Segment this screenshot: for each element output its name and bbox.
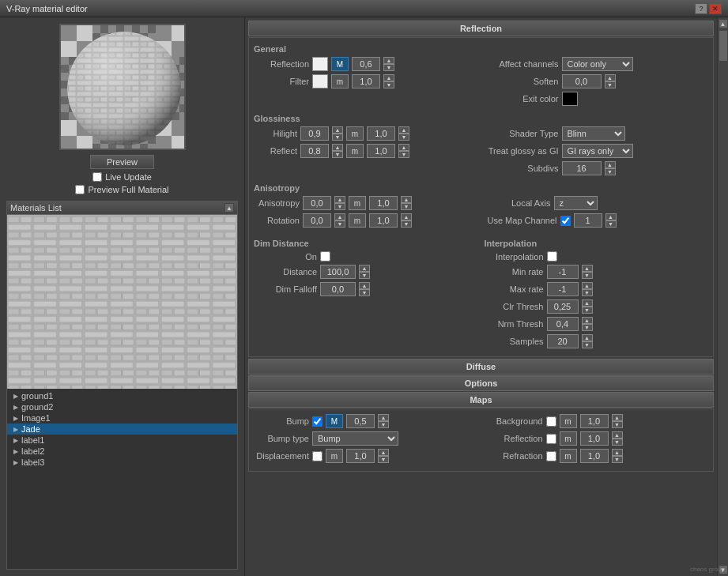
shader-type-dropdown[interactable]: Blinn Phong Ward: [562, 126, 625, 141]
nrm-thresh-spin-up[interactable]: ▲: [582, 317, 593, 324]
subdivs-spin-up[interactable]: ▲: [605, 161, 616, 168]
samples-spinner[interactable]: ▲ ▼: [582, 334, 593, 348]
nrm-thresh-spinner[interactable]: ▲ ▼: [582, 317, 593, 331]
reflection-spin-up[interactable]: ▲: [383, 57, 394, 64]
materials-list-scroll[interactable]: ▶ ground1 ▶ ground2 ▶ Image1 ▶ Jade: [7, 215, 237, 569]
max-rate-spin-up[interactable]: ▲: [582, 282, 593, 289]
distance-spin-up[interactable]: ▲: [359, 265, 370, 272]
rotation-spin-down[interactable]: ▼: [334, 220, 345, 228]
soften-spin-up[interactable]: ▲: [605, 74, 616, 81]
clr-thresh-spinner[interactable]: ▲ ▼: [582, 299, 593, 314]
bump-spinner[interactable]: ▲ ▼: [378, 414, 389, 428]
rotation-m-spin-up[interactable]: ▲: [401, 213, 412, 220]
reflect-m-spin-down[interactable]: ▼: [398, 151, 409, 158]
refraction-value-input[interactable]: 1,0: [580, 449, 609, 463]
rotation-m-spin-down[interactable]: ▼: [401, 220, 412, 228]
filter-map-btn[interactable]: m: [331, 74, 349, 88]
filter-spinner[interactable]: ▲ ▼: [383, 74, 394, 88]
preview-button[interactable]: Preview: [90, 155, 154, 169]
reflect-spin-up[interactable]: ▲: [332, 144, 343, 151]
bump-checkbox[interactable]: [312, 416, 323, 427]
hilight-spinner[interactable]: ▲ ▼: [332, 126, 343, 141]
subdivs-input[interactable]: 16: [562, 161, 602, 175]
anisotropy-value-input[interactable]: 0,0: [303, 196, 331, 210]
reflect-spin-down[interactable]: ▼: [332, 151, 343, 158]
anisotropy-spinner[interactable]: ▲ ▼: [334, 196, 345, 210]
anisotropy-m-spin-down[interactable]: ▼: [401, 203, 412, 210]
hilight-m-spin-down[interactable]: ▼: [398, 134, 409, 141]
reflect-m-input[interactable]: 1,0: [367, 144, 395, 158]
local-axis-dropdown[interactable]: x y z: [554, 196, 598, 210]
filter-spin-up[interactable]: ▲: [383, 74, 394, 81]
filter-spin-down[interactable]: ▼: [383, 81, 394, 88]
refraction-spin-up[interactable]: ▲: [612, 449, 623, 456]
dim-falloff-input[interactable]: 0,0: [320, 282, 356, 296]
material-item-label3[interactable]: ▶ label3: [7, 457, 237, 468]
material-item-jade[interactable]: ▶ Jade: [7, 424, 237, 435]
material-item-label2[interactable]: ▶ label2: [7, 446, 237, 457]
max-rate-spin-down[interactable]: ▼: [582, 289, 593, 296]
filter-value-input[interactable]: 1,0: [352, 74, 380, 88]
affect-channels-dropdown[interactable]: Color only All channels: [562, 57, 633, 71]
samples-spin-down[interactable]: ▼: [582, 341, 593, 348]
distance-spinner[interactable]: ▲ ▼: [359, 265, 370, 279]
hilight-m-spinner[interactable]: ▲ ▼: [398, 126, 409, 141]
min-rate-input[interactable]: -1: [547, 265, 579, 279]
reflection-map-btn[interactable]: M: [331, 57, 349, 71]
min-rate-spin-up[interactable]: ▲: [582, 265, 593, 272]
dim-falloff-spin-down[interactable]: ▼: [359, 289, 370, 296]
scrollbar[interactable]: ▲ ▼: [717, 17, 728, 576]
background-checkbox[interactable]: [546, 416, 556, 427]
scroll-thumb[interactable]: [719, 30, 728, 62]
reflection-value-input[interactable]: 0,6: [352, 57, 380, 71]
background-map-btn[interactable]: m: [560, 414, 577, 428]
maps-section-header[interactable]: Maps: [248, 392, 714, 408]
scroll-up-btn[interactable]: ▲: [719, 19, 728, 28]
reflection-map-value-input[interactable]: 1,0: [580, 431, 609, 446]
rotation-map-btn[interactable]: m: [349, 213, 366, 228]
refraction-spin-down[interactable]: ▼: [612, 456, 623, 463]
diffuse-section-header[interactable]: Diffuse: [248, 359, 714, 375]
background-spin-down[interactable]: ▼: [612, 421, 623, 428]
material-item-ground2[interactable]: ▶ ground2: [7, 401, 237, 412]
refraction-spinner[interactable]: ▲ ▼: [612, 449, 623, 463]
anisotropy-spin-up[interactable]: ▲: [334, 196, 345, 203]
reflect-spinner[interactable]: ▲ ▼: [332, 144, 343, 158]
reflect-m-spin-up[interactable]: ▲: [398, 144, 409, 151]
bump-spin-up[interactable]: ▲: [378, 414, 389, 421]
background-value-input[interactable]: 1,0: [580, 414, 609, 428]
rotation-m-input[interactable]: 1,0: [369, 213, 398, 228]
dim-on-checkbox[interactable]: [320, 251, 330, 262]
filter-color-swatch[interactable]: [312, 74, 328, 88]
background-spinner[interactable]: ▲ ▼: [612, 414, 623, 428]
displacement-spin-up[interactable]: ▲: [378, 449, 389, 456]
anisotropy-spin-down[interactable]: ▼: [334, 203, 345, 210]
hilight-spin-up[interactable]: ▲: [332, 126, 343, 134]
dim-falloff-spinner[interactable]: ▲ ▼: [359, 282, 370, 296]
reflection-spinner[interactable]: ▲ ▼: [383, 57, 394, 71]
reflection-map-checkbox[interactable]: [546, 434, 556, 444]
bump-value-input[interactable]: 0,5: [346, 414, 375, 428]
nrm-thresh-input[interactable]: 0,4: [547, 317, 579, 331]
interpolation-checkbox[interactable]: [547, 251, 557, 262]
use-map-channel-checkbox[interactable]: [560, 216, 571, 226]
hilight-m-spin-up[interactable]: ▲: [398, 126, 409, 134]
use-map-channel-spin-up[interactable]: ▲: [605, 213, 617, 220]
dim-falloff-spin-up[interactable]: ▲: [359, 282, 370, 289]
distance-spin-down[interactable]: ▼: [359, 272, 370, 279]
bump-map-btn[interactable]: M: [326, 414, 343, 428]
subdivs-spin-down[interactable]: ▼: [605, 168, 616, 175]
reflection-map-spin-up[interactable]: ▲: [612, 431, 623, 439]
use-map-channel-spin-down[interactable]: ▼: [605, 220, 617, 228]
hilight-map-btn[interactable]: m: [346, 126, 364, 141]
anisotropy-m-spinner[interactable]: ▲ ▼: [401, 196, 412, 210]
hilight-m-input[interactable]: 1,0: [367, 126, 395, 141]
max-rate-input[interactable]: -1: [547, 282, 579, 296]
use-map-channel-input[interactable]: 1: [574, 213, 602, 228]
anisotropy-map-btn[interactable]: m: [349, 196, 366, 210]
max-rate-spinner[interactable]: ▲ ▼: [582, 282, 593, 296]
bump-type-dropdown[interactable]: Bump Normal (tangent): [312, 431, 398, 446]
subdivs-spinner[interactable]: ▲ ▼: [605, 161, 616, 175]
min-rate-spinner[interactable]: ▲ ▼: [582, 265, 593, 279]
preview-full-checkbox[interactable]: [75, 185, 85, 194]
